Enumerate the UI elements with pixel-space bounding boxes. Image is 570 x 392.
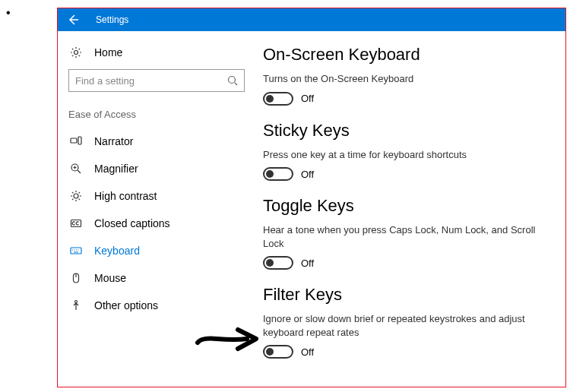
other-options-icon <box>68 299 84 311</box>
sidebar-item-closed-captions[interactable]: Closed captions <box>58 210 255 237</box>
toggle-state-label: Off <box>301 258 314 269</box>
toggle-knob <box>266 348 274 356</box>
sidebar-item-label: Closed captions <box>94 217 170 229</box>
group-toggle-keys: Toggle Keys Hear a tone when you press C… <box>263 196 550 270</box>
toggle-on-screen-keyboard[interactable] <box>263 92 293 106</box>
sidebar-item-narrator[interactable]: Narrator <box>58 128 255 155</box>
sidebar-item-label: Magnifier <box>94 163 138 175</box>
sidebar-item-label: High contrast <box>94 190 157 202</box>
high-contrast-icon <box>68 190 84 202</box>
search-box <box>68 69 245 92</box>
toggle-row: Off <box>263 256 550 270</box>
toggle-state-label: Off <box>301 93 314 104</box>
svg-rect-3 <box>78 137 81 144</box>
toggle-knob <box>266 259 274 267</box>
sidebar-item-magnifier[interactable]: Magnifier <box>58 155 255 182</box>
mouse-icon <box>68 272 84 284</box>
back-button[interactable] <box>58 8 88 31</box>
sidebar: Home Ease of Access Narrator <box>58 31 255 387</box>
search-input[interactable] <box>68 69 245 92</box>
group-filter-keys: Filter Keys Ignore or slow down brief or… <box>263 285 550 359</box>
toggle-sticky-keys[interactable] <box>263 167 293 181</box>
group-on-screen-keyboard: On-Screen Keyboard Turns on the On-Scree… <box>263 45 550 106</box>
keyboard-icon <box>68 245 84 257</box>
svg-rect-7 <box>71 248 81 254</box>
sidebar-item-label: Mouse <box>94 272 126 284</box>
sidebar-item-other-options[interactable]: Other options <box>58 292 255 319</box>
svg-point-0 <box>74 51 78 55</box>
toggle-filter-keys[interactable] <box>263 345 293 359</box>
home-button[interactable]: Home <box>58 40 255 65</box>
sidebar-item-label: Narrator <box>94 135 133 147</box>
window-title: Settings <box>96 14 128 25</box>
settings-window: Settings Home E <box>57 8 566 387</box>
group-description: Ignore or slow down brief or repeated ke… <box>263 312 550 339</box>
toggle-state-label: Off <box>301 169 314 180</box>
sidebar-item-mouse[interactable]: Mouse <box>58 264 255 292</box>
search-icon <box>226 74 239 90</box>
title-bar: Settings <box>58 8 565 31</box>
svg-point-9 <box>75 301 78 303</box>
sidebar-item-keyboard[interactable]: Keyboard <box>58 237 255 264</box>
group-description: Press one key at a time for keyboard sho… <box>263 148 550 162</box>
toggle-row: Off <box>263 92 550 106</box>
svg-rect-2 <box>71 138 77 143</box>
sidebar-item-label: Other options <box>94 299 158 311</box>
toggle-row: Off <box>263 167 550 181</box>
group-sticky-keys: Sticky Keys Press one key at a time for … <box>263 121 550 182</box>
gear-icon <box>68 46 84 58</box>
group-description: Hear a tone when you press Caps Lock, Nu… <box>263 223 550 250</box>
magnifier-icon <box>68 163 84 175</box>
section-header: Ease of Access <box>58 104 255 128</box>
content-area: Home Ease of Access Narrator <box>58 31 565 387</box>
list-bullet: • <box>6 6 11 20</box>
group-title: Filter Keys <box>263 285 550 305</box>
toggle-knob <box>266 95 274 103</box>
toggle-row: Off <box>263 345 550 359</box>
narrator-icon <box>68 135 84 147</box>
arrow-left-icon <box>67 14 79 26</box>
svg-point-5 <box>74 194 78 198</box>
toggle-knob <box>266 170 274 178</box>
group-title: Toggle Keys <box>263 196 550 216</box>
sidebar-item-label: Keyboard <box>94 245 140 257</box>
toggle-state-label: Off <box>301 346 314 358</box>
sidebar-item-high-contrast[interactable]: High contrast <box>58 182 255 210</box>
group-title: On-Screen Keyboard <box>263 45 550 65</box>
main-panel: On-Screen Keyboard Turns on the On-Scree… <box>255 31 565 387</box>
group-description: Turns on the On-Screen Keyboard <box>263 72 550 86</box>
closed-captions-icon <box>68 217 84 229</box>
toggle-toggle-keys[interactable] <box>263 256 293 270</box>
group-title: Sticky Keys <box>263 121 550 141</box>
svg-point-1 <box>229 77 236 84</box>
home-label: Home <box>94 46 122 58</box>
